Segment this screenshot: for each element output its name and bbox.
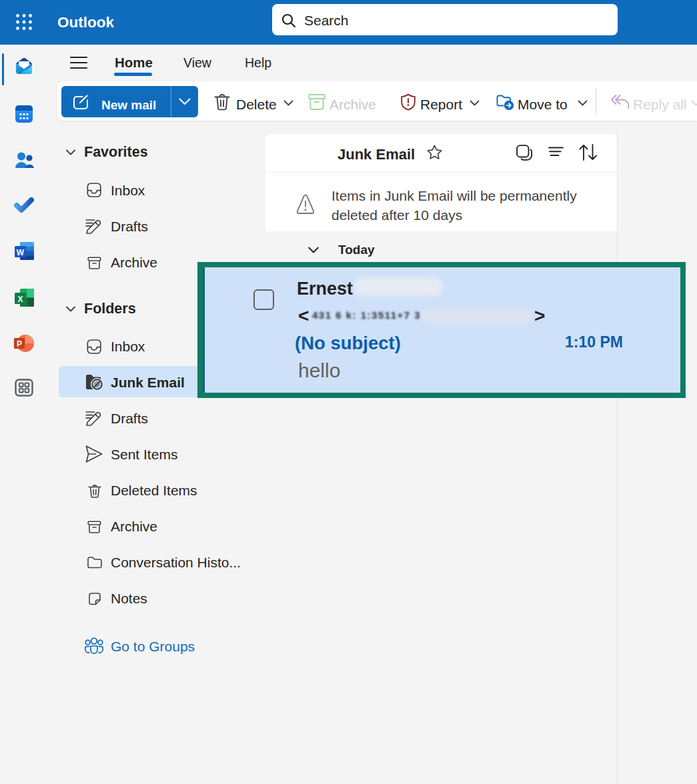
svg-text:P: P	[17, 339, 22, 349]
svg-text:X: X	[17, 295, 23, 304]
svg-text:W: W	[17, 248, 25, 257]
